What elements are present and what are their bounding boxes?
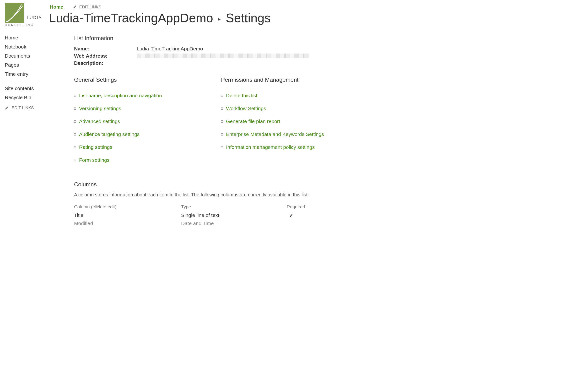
- bullet-icon: [74, 120, 76, 123]
- column-type: Date and Time: [181, 221, 287, 226]
- column-row: Title Single line of text ✓: [74, 212, 306, 219]
- leftnav-item-documents[interactable]: Documents: [5, 53, 74, 59]
- leftnav-item-site-contents[interactable]: Site contents: [5, 85, 74, 91]
- link-file-plan-report[interactable]: Generate file plan report: [226, 118, 280, 124]
- column-link-title[interactable]: Title: [74, 212, 83, 218]
- bullet-icon: [221, 120, 223, 123]
- list-information-heading: List Information: [74, 35, 583, 42]
- topnav-edit-links-label: EDIT LINKS: [79, 5, 101, 9]
- bullet-icon: [221, 108, 223, 110]
- leftnav-item-time-entry[interactable]: Time entry: [5, 71, 74, 77]
- bullet-icon: [221, 95, 223, 97]
- web-address-value-redacted: [137, 53, 309, 58]
- leftnav-item-pages[interactable]: Pages: [5, 62, 74, 68]
- general-settings-heading: General Settings: [74, 76, 221, 83]
- column-row: Modified Date and Time: [74, 221, 306, 226]
- link-versioning-settings[interactable]: Versioning settings: [79, 106, 121, 111]
- web-address-label: Web Address:: [74, 53, 137, 59]
- topnav-edit-links[interactable]: EDIT LINKS: [73, 5, 101, 9]
- col-header-type: Type: [181, 204, 287, 209]
- bullet-icon: [74, 133, 76, 135]
- pencil-icon: [5, 106, 8, 110]
- permissions-heading: Permissions and Management: [221, 76, 368, 83]
- bullet-icon: [221, 133, 223, 135]
- list-name-label: Name:: [74, 46, 137, 52]
- column-link-modified[interactable]: Modified: [74, 221, 93, 226]
- link-workflow-settings[interactable]: Workflow Settings: [226, 106, 266, 111]
- title-list-name: Ludia-TimeTrackingAppDemo: [49, 11, 213, 25]
- leftnav-item-notebook[interactable]: Notebook: [5, 44, 74, 50]
- list-name-value: Ludia-TimeTrackingAppDemo: [137, 46, 203, 52]
- title-suffix: Settings: [226, 11, 271, 25]
- logo-text-secondary: CONSULTING: [5, 23, 34, 27]
- link-list-name-desc-nav[interactable]: List name, description and navigation: [79, 93, 162, 99]
- breadcrumb-arrow-icon: ▸: [216, 16, 222, 22]
- pencil-icon: [73, 5, 76, 9]
- link-info-mgmt-policy[interactable]: Information management policy settings: [226, 144, 315, 150]
- page-title: Ludia-TimeTrackingAppDemo ▸ Settings: [49, 11, 583, 25]
- description-label: Description:: [74, 60, 137, 66]
- columns-description: A column stores information about each i…: [74, 192, 583, 198]
- bullet-icon: [74, 108, 76, 110]
- columns-heading: Columns: [74, 181, 583, 188]
- column-type: Single line of text: [181, 212, 287, 219]
- leftnav-item-home[interactable]: Home: [5, 35, 74, 41]
- leftnav-item-recycle-bin[interactable]: Recycle Bin: [5, 95, 74, 100]
- topnav-home-link[interactable]: Home: [50, 4, 63, 10]
- bullet-icon: [74, 159, 76, 161]
- leftnav-edit-links[interactable]: EDIT LINKS: [5, 106, 74, 110]
- logo-text-primary: LUDIA: [27, 15, 42, 20]
- link-delete-list[interactable]: Delete this list: [226, 93, 257, 99]
- check-icon: ✓: [287, 212, 293, 218]
- left-navigation: Home Notebook Documents Pages Time entry…: [5, 35, 74, 228]
- link-advanced-settings[interactable]: Advanced settings: [79, 118, 120, 124]
- col-header-column: Column (click to edit): [74, 204, 181, 209]
- leftnav-edit-links-label: EDIT LINKS: [12, 106, 34, 110]
- link-enterprise-metadata[interactable]: Enterprise Metadata and Keywords Setting…: [226, 131, 324, 137]
- link-rating-settings[interactable]: Rating settings: [79, 144, 112, 150]
- bullet-icon: [221, 146, 223, 148]
- bullet-icon: [74, 146, 76, 148]
- link-audience-targeting[interactable]: Audience targeting settings: [79, 131, 140, 137]
- col-header-required: Required: [287, 204, 306, 209]
- bullet-icon: [74, 95, 76, 97]
- site-logo[interactable]: LUDIA CONSULTING: [5, 3, 44, 26]
- link-form-settings[interactable]: Form settings: [79, 157, 109, 163]
- column-required-empty: [287, 221, 306, 226]
